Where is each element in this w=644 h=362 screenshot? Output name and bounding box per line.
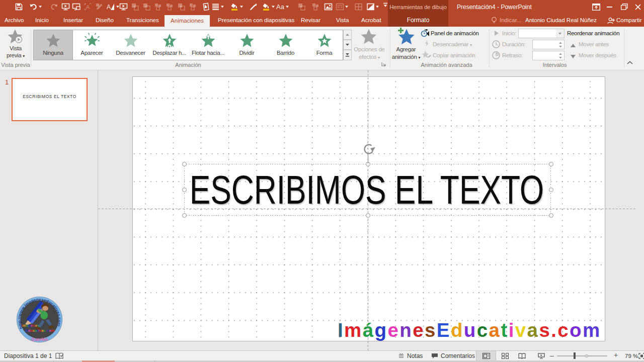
svg-text:@acrbio: @acrbio	[31, 337, 48, 342]
svg-text:imágenes: imágenes	[22, 324, 40, 328]
svg-text:Educativas.com: Educativas.com	[26, 329, 55, 332]
svg-text:Aa: Aa	[276, 3, 285, 11]
svg-text:A: A	[107, 4, 111, 11]
svg-text:A: A	[86, 4, 90, 10]
